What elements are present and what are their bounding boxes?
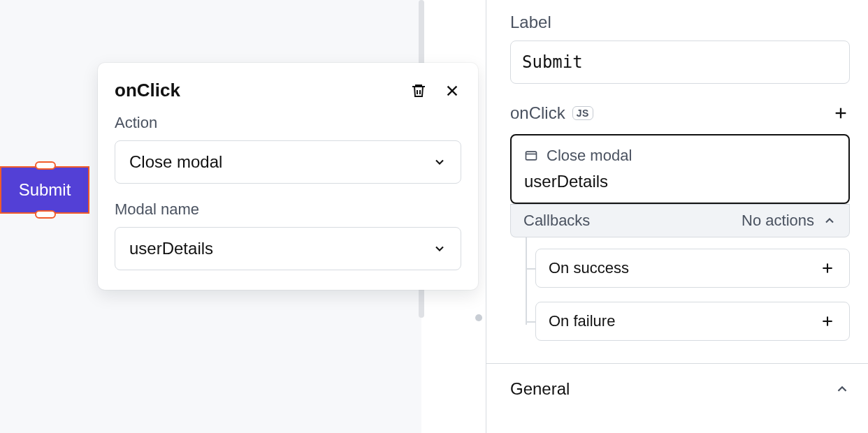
action-card-type: Close modal — [547, 147, 632, 165]
callbacks-status: No actions — [742, 212, 814, 230]
chevron-down-icon — [433, 155, 447, 169]
chevron-up-icon — [823, 214, 837, 228]
delete-icon[interactable] — [410, 82, 428, 100]
onclick-popover: onClick Action Close modal Modal name — [98, 63, 478, 290]
action-select[interactable]: Close modal — [115, 140, 461, 184]
popover-title: onClick — [115, 80, 180, 101]
tree-line — [526, 237, 527, 325]
modal-name-select-value: userDetails — [129, 239, 213, 258]
chevron-up-icon — [834, 381, 850, 397]
on-success-label: On success — [549, 259, 629, 277]
add-failure-action-button[interactable] — [818, 312, 837, 330]
modal-name-field-label: Modal name — [115, 200, 461, 219]
on-success-card[interactable]: On success — [535, 249, 850, 288]
submit-button[interactable]: Submit — [0, 166, 89, 214]
onclick-heading: onClick — [510, 103, 565, 123]
canvas-widget-submit[interactable]: Submit — [0, 166, 89, 214]
callbacks-label: Callbacks — [523, 212, 590, 230]
on-failure-label: On failure — [549, 312, 615, 330]
canvas-area: Submit onClick Action C — [0, 0, 486, 433]
action-card-value: userDetails — [524, 172, 836, 191]
js-badge[interactable]: JS — [572, 106, 593, 120]
modal-name-select[interactable]: userDetails — [115, 227, 461, 270]
on-failure-card[interactable]: On failure — [535, 302, 850, 341]
resize-handle-top[interactable] — [35, 161, 56, 170]
resize-handle-bottom[interactable] — [35, 210, 56, 219]
label-input[interactable] — [510, 41, 850, 84]
modal-icon — [524, 149, 538, 163]
chevron-down-icon — [433, 242, 447, 256]
svg-rect-0 — [526, 152, 537, 160]
general-heading: General — [510, 379, 570, 399]
action-field-label: Action — [115, 114, 461, 132]
close-icon[interactable] — [443, 82, 461, 100]
add-action-button[interactable] — [832, 104, 850, 122]
submit-button-label: Submit — [19, 180, 71, 200]
add-success-action-button[interactable] — [818, 259, 837, 277]
label-heading: Label — [510, 13, 850, 32]
properties-panel: Label onClick JS Close modal userDetails… — [486, 0, 868, 433]
canvas-scroll-thumb[interactable] — [475, 314, 482, 321]
action-select-value: Close modal — [129, 152, 222, 172]
general-section-header[interactable]: General — [510, 364, 850, 399]
callbacks-tree: On success On failure — [526, 237, 850, 349]
callbacks-bar[interactable]: Callbacks No actions — [510, 204, 850, 237]
action-card[interactable]: Close modal userDetails — [510, 134, 850, 204]
